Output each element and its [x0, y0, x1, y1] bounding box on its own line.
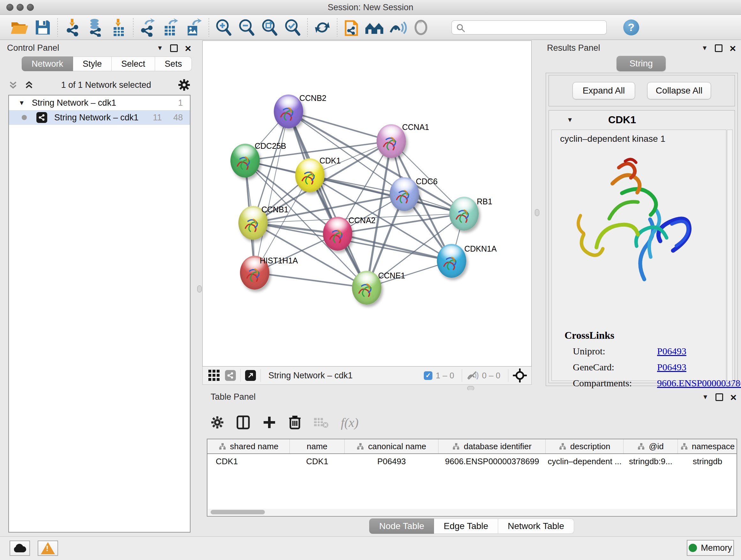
close-panel-icon[interactable]: ×	[730, 44, 736, 52]
open-session-button[interactable]	[8, 17, 31, 38]
network-view-title: String Network – cdk1	[268, 371, 424, 381]
tab-sets[interactable]: Sets	[155, 57, 192, 71]
selected-checkbox-icon[interactable]: ✓	[424, 371, 432, 380]
node-CDKN1A[interactable]	[437, 244, 466, 278]
tab-node-table[interactable]: Node Table	[369, 518, 434, 534]
document-network-icon	[344, 18, 360, 37]
edge-CCNB2-CCNA1[interactable]	[288, 111, 391, 141]
export-image-button[interactable]	[183, 17, 205, 38]
column-header[interactable]: description	[546, 439, 623, 453]
table-horizontal-scrollbar[interactable]	[208, 509, 736, 515]
gear-icon[interactable]	[178, 78, 191, 91]
protein-thumbnail-icon	[394, 187, 414, 206]
export-image-icon	[185, 18, 203, 37]
tab-network[interactable]: Network	[22, 57, 73, 71]
main-toolbar: ?	[0, 15, 741, 40]
column-header[interactable]: database identifier	[439, 439, 546, 453]
genecard-link[interactable]: P06493	[657, 362, 686, 373]
zoom-in-button[interactable]	[212, 17, 235, 38]
export-table-button[interactable]	[159, 17, 183, 38]
help-button[interactable]: ?	[623, 19, 639, 36]
zoom-selected-button[interactable]	[281, 17, 304, 38]
float-panel-icon[interactable]	[715, 44, 723, 52]
select-columns-icon[interactable]	[236, 415, 250, 430]
import-table-file-button[interactable]	[107, 17, 130, 38]
tab-network-table[interactable]: Network Table	[498, 518, 574, 534]
node-label-CCNB2: CCNB2	[299, 94, 327, 103]
gene-entry-header[interactable]: ▼ CDK1	[549, 111, 735, 129]
float-panel-icon[interactable]	[716, 393, 723, 401]
edge-HIST1H1A-CCNE1[interactable]	[255, 273, 367, 288]
table-row[interactable]: CDK1 CDK1 P06493 9606.ENSP00000378699 cy…	[207, 454, 737, 469]
network-document-button[interactable]	[340, 17, 363, 38]
apply-layout-button[interactable]	[311, 17, 334, 38]
separator	[508, 369, 509, 382]
memory-button[interactable]: Memory	[687, 540, 734, 556]
crosshair-icon[interactable]	[513, 368, 527, 382]
cloud-button[interactable]	[10, 541, 30, 556]
float-panel-icon[interactable]	[170, 44, 178, 52]
tab-style[interactable]: Style	[73, 57, 112, 71]
scrollbar-thumb[interactable]	[211, 510, 265, 514]
close-panel-icon[interactable]: ×	[730, 393, 737, 401]
left-splitter-handle[interactable]	[197, 286, 202, 293]
import-network-file-button[interactable]	[61, 17, 84, 38]
node-CCNA2[interactable]	[323, 217, 352, 251]
entry-collapse-icon[interactable]: ▼	[567, 116, 573, 124]
panel-menu-icon[interactable]: ▼	[702, 393, 709, 401]
column-header[interactable]: namespace	[678, 439, 737, 453]
expand-all-button[interactable]: Expand All	[572, 82, 635, 99]
panel-menu-icon[interactable]: ▼	[701, 44, 708, 52]
birds-eye-grid-icon[interactable]	[208, 369, 220, 382]
network-collection-row[interactable]: ▼ String Network – cdk1 1	[9, 96, 190, 110]
collapse-all-icon[interactable]	[8, 79, 18, 90]
network-row[interactable]: String Network – cdk1 11 48	[9, 110, 190, 125]
export-network-button[interactable]	[137, 17, 159, 38]
import-network-database-button[interactable]	[84, 17, 107, 38]
right-splitter-handle[interactable]	[535, 209, 539, 216]
column-header[interactable]: @id	[623, 439, 678, 453]
results-scrollbar[interactable]	[727, 130, 733, 381]
save-floppy-icon	[35, 19, 51, 36]
bottom-splitter-handle[interactable]	[467, 386, 474, 390]
save-session-button[interactable]	[31, 17, 54, 38]
node-CDC6[interactable]	[390, 177, 419, 211]
warnings-button[interactable]	[38, 541, 58, 556]
first-neighbors-button[interactable]	[363, 17, 387, 38]
edge-CCNB2-HIST1H1A[interactable]	[255, 111, 288, 273]
node-RB1[interactable]	[449, 197, 479, 231]
gray-eye-icon	[413, 19, 428, 36]
add-column-icon[interactable]	[262, 415, 276, 429]
protein-thumbnail-icon	[327, 226, 348, 246]
network-canvas[interactable]: CCNB2CCNA1CDC25BCDK1CDC6RB1CCNB1CCNA2CDK…	[202, 41, 532, 367]
zoom-fit-button[interactable]	[258, 17, 281, 38]
tab-edge-table[interactable]: Edge Table	[434, 518, 498, 534]
column-header[interactable]: canonical name	[345, 439, 439, 453]
node-CCNE1[interactable]	[352, 271, 381, 305]
protein-thumbnail-icon	[278, 104, 299, 124]
zoom-out-button[interactable]	[235, 17, 258, 38]
close-panel-icon[interactable]: ×	[185, 44, 191, 52]
render-toggle-button[interactable]	[409, 17, 432, 38]
tab-string[interactable]: String	[616, 56, 666, 71]
table-gear-icon[interactable]	[211, 416, 224, 429]
edge-CCNB2-CCNE1[interactable]	[288, 111, 367, 288]
delete-column-icon[interactable]	[288, 415, 301, 430]
refresh-icon	[314, 19, 331, 36]
network-overview-icon[interactable]	[225, 370, 236, 381]
panel-menu-icon[interactable]: ▼	[157, 44, 163, 52]
search-input[interactable]	[452, 20, 607, 35]
node-CCNA1[interactable]	[377, 124, 406, 158]
tab-select[interactable]: Select	[112, 57, 155, 71]
show-graphics-details-button[interactable]	[387, 17, 409, 38]
uniprot-link[interactable]: P06493	[657, 346, 686, 357]
houses-icon	[365, 20, 385, 35]
column-header[interactable]: shared name	[207, 439, 290, 453]
expand-all-icon[interactable]	[23, 79, 35, 90]
network-view-toolbar: String Network – cdk1 ✓ 1 – 0 0 – 0	[202, 367, 532, 385]
collection-expand-icon[interactable]: ▼	[18, 99, 25, 107]
node-CCNB2[interactable]	[274, 95, 303, 128]
detach-view-icon[interactable]	[245, 370, 256, 381]
collapse-all-button[interactable]: Collapse All	[647, 82, 711, 99]
column-header[interactable]: name	[290, 439, 345, 453]
